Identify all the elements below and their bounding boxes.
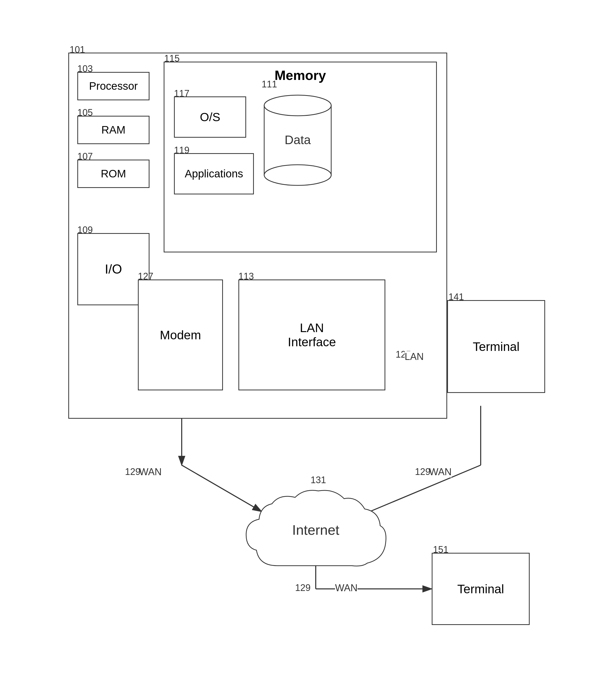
ref-109: 109 <box>77 225 93 235</box>
internet-cloud: Internet <box>238 483 393 581</box>
svg-point-11 <box>264 165 331 185</box>
ref-103: 103 <box>77 63 93 74</box>
rom-box: ROM <box>77 160 150 188</box>
lan-interface-box: LAN Interface <box>238 280 385 390</box>
svg-text:Internet: Internet <box>292 522 339 538</box>
ref-105: 105 <box>77 107 93 118</box>
ref-127: 127 <box>138 271 153 282</box>
ref-129b: 129 <box>415 466 431 477</box>
ref-131: 131 <box>311 475 326 485</box>
wan1-arrow-label: WAN <box>139 466 162 477</box>
ref-117: 117 <box>174 88 189 99</box>
os-box: O/S <box>174 96 246 138</box>
svg-point-12 <box>264 95 331 116</box>
ref-113: 113 <box>238 271 254 282</box>
ref-101: 101 <box>70 44 85 55</box>
ref-107: 107 <box>77 151 93 162</box>
svg-text:Data: Data <box>285 133 311 147</box>
memory-title: Memory <box>164 68 436 83</box>
data-cylinder: Data <box>261 90 334 188</box>
ref-111: 111 <box>261 79 277 90</box>
terminal2-box: Terminal <box>432 553 530 625</box>
terminal1-box: Terminal <box>447 300 545 393</box>
ref-119: 119 <box>174 145 189 156</box>
applications-box: Applications <box>174 153 254 195</box>
ref-141: 141 <box>449 292 464 302</box>
diagram-container: 101 Processor 103 RAM 105 ROM 107 I/O 10… <box>37 22 579 653</box>
ref-129a: 129 <box>125 466 141 477</box>
wan2-arrow-label: WAN <box>429 466 452 477</box>
modem-box: Modem <box>138 280 223 390</box>
ref-115: 115 <box>164 53 180 64</box>
ref-129c: 129 <box>295 583 311 593</box>
ref-151: 151 <box>433 544 449 555</box>
processor-box: Processor <box>77 72 150 100</box>
ram-box: RAM <box>77 116 150 144</box>
lan-arrow-label: LAN <box>405 351 424 362</box>
wan3-arrow-label: WAN <box>335 583 358 594</box>
